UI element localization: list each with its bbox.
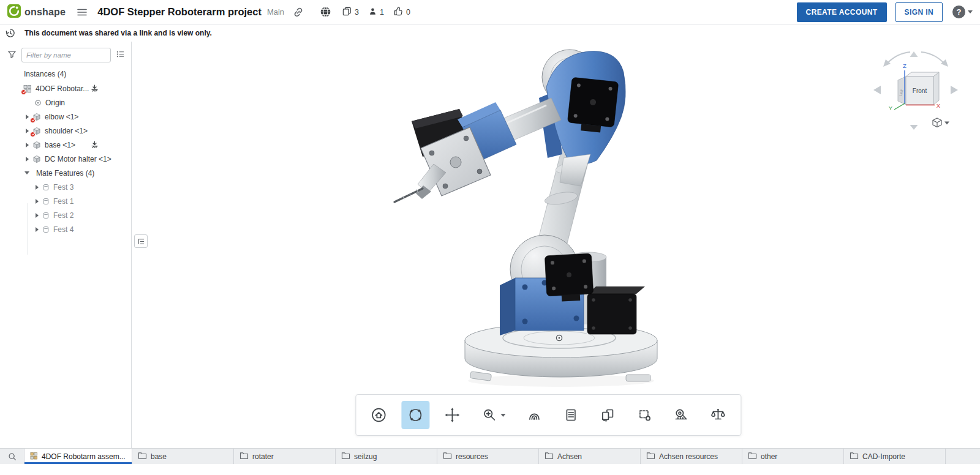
onshape-logo-icon	[7, 4, 21, 20]
likes-stat[interactable]: 0	[394, 7, 410, 18]
chevron-right-icon[interactable]	[23, 152, 31, 166]
rotate-up-arrow[interactable]	[910, 51, 918, 57]
onshape-logo[interactable]: onshape	[7, 4, 66, 20]
copies-icon	[342, 7, 352, 18]
sign-in-button[interactable]: SIGN IN	[895, 2, 943, 22]
home-view-icon	[371, 407, 386, 423]
tree-item-base[interactable]: base <1>	[0, 138, 131, 152]
robot-base-motor	[587, 286, 645, 334]
tree-item-mate-fest2[interactable]: Fest 2	[0, 208, 131, 222]
tab-achsen[interactable]: Achsen	[539, 449, 641, 464]
copies-count: 3	[355, 8, 359, 17]
create-account-button[interactable]: CREATE ACCOUNT	[797, 2, 887, 22]
roll-right-arrow[interactable]	[921, 52, 944, 64]
history-icon[interactable]	[5, 28, 16, 39]
chevron-down-icon[interactable]	[23, 166, 31, 180]
followers-icon	[369, 7, 377, 18]
chevron-right-icon[interactable]	[33, 208, 40, 222]
rotate-left-arrow[interactable]	[873, 86, 881, 94]
warning-badge-icon	[30, 132, 36, 137]
tab-assembly[interactable]: 4DOF Robotarm assem...	[24, 449, 132, 464]
tab-resources[interactable]: resources	[437, 449, 539, 464]
mate-features-header[interactable]: Mate Features (4)	[0, 166, 131, 180]
folder-icon	[646, 452, 655, 462]
public-globe-icon[interactable]	[320, 6, 331, 18]
tab-cad-importe[interactable]: CAD-Importe	[844, 449, 946, 464]
instances-header: Instances (4)	[0, 67, 131, 81]
filter-input[interactable]	[21, 48, 111, 62]
tree-structure-toggle[interactable]	[134, 234, 148, 248]
tree-item-origin[interactable]: Origin	[0, 95, 131, 110]
create-drawing-button[interactable]	[594, 401, 622, 429]
section-view-icon	[636, 407, 652, 423]
roll-left-arrow[interactable]	[887, 52, 910, 64]
share-link-icon[interactable]	[293, 7, 304, 18]
rotate-tool-button[interactable]	[401, 401, 429, 429]
document-title: 4DOF Stepper Roboterarm project	[97, 6, 262, 18]
view-options-dropdown[interactable]	[933, 118, 949, 127]
help-caret-icon[interactable]	[968, 10, 973, 13]
menu-icon[interactable]	[74, 4, 90, 20]
tree-item-shoulder[interactable]: shoulder <1>	[0, 124, 131, 138]
help-button[interactable]: ?	[952, 6, 965, 18]
z-axis-label: Z	[903, 62, 907, 69]
home-view-button[interactable]	[364, 401, 393, 429]
tab-other[interactable]: other	[742, 449, 844, 464]
view-only-notice-bar: This document was shared via a link and …	[0, 24, 980, 42]
tab-search-button[interactable]	[0, 449, 24, 464]
robot-arm-model[interactable]	[132, 42, 980, 448]
tab-rotater[interactable]: rotater	[234, 449, 336, 464]
rotate-icon	[407, 407, 423, 423]
view-cube[interactable]: Front Left Z Y X	[870, 50, 962, 133]
view-only-notice-text: This document was shared via a link and …	[24, 29, 212, 37]
tree-item-root-assembly[interactable]: 4DOF Robotar...	[0, 81, 131, 95]
zoom-icon	[481, 407, 497, 423]
tree-item-elbow[interactable]: elbow <1>	[0, 110, 131, 124]
zoom-to-fit-button[interactable]	[520, 401, 548, 429]
tab-base[interactable]: base	[132, 449, 234, 464]
measure-button[interactable]	[667, 401, 695, 429]
view-toolbar	[355, 394, 741, 436]
zoom-tool-button[interactable]	[475, 401, 511, 429]
followers-count: 1	[380, 8, 384, 17]
fixed-anchor-icon	[91, 141, 99, 149]
section-view-button[interactable]	[630, 401, 658, 429]
chevron-right-icon[interactable]	[23, 110, 31, 124]
tree-item-mate-fest4[interactable]: Fest 4	[0, 222, 131, 236]
chevron-right-icon[interactable]	[33, 222, 40, 236]
chevron-right-icon[interactable]	[23, 124, 31, 138]
tree-item-dc-motor-halter[interactable]: DC Motor halter <1>	[0, 152, 131, 166]
tab-achsen-resources[interactable]: Achsen resources	[641, 449, 742, 464]
folder-icon	[748, 452, 757, 462]
mate-icon	[42, 184, 50, 191]
named-views-icon	[563, 407, 579, 423]
filter-icon[interactable]	[7, 50, 17, 61]
folder-icon	[545, 452, 554, 462]
rotate-down-arrow[interactable]	[910, 125, 918, 130]
list-view-icon[interactable]	[116, 50, 125, 61]
chevron-right-icon[interactable]	[23, 138, 31, 152]
tree-item-mate-fest3[interactable]: Fest 3	[0, 180, 131, 194]
robot-forearm	[394, 98, 561, 202]
tree-item-mate-fest1[interactable]: Fest 1	[0, 194, 131, 208]
assembly-tree-panel: Instances (4) 4DOF Robotar... Origin	[0, 42, 132, 448]
named-views-button[interactable]	[557, 401, 585, 429]
mass-properties-button[interactable]	[704, 401, 732, 429]
viewcube-right-face[interactable]	[933, 72, 939, 105]
mass-properties-icon	[710, 407, 726, 423]
copies-stat[interactable]: 3	[342, 7, 359, 18]
fixed-anchor-icon	[91, 84, 99, 92]
tab-seilzug[interactable]: seilzug	[336, 449, 437, 464]
chevron-right-icon[interactable]	[33, 194, 40, 208]
instances-tree: Instances (4) 4DOF Robotar... Origin	[0, 67, 131, 236]
pan-tool-button[interactable]	[438, 401, 466, 429]
branch-selector[interactable]: Main	[267, 7, 284, 17]
3d-viewport[interactable]: Front Left Z Y X	[132, 42, 980, 448]
rotate-right-arrow[interactable]	[951, 86, 958, 94]
y-axis-line	[894, 103, 905, 110]
followers-stat[interactable]: 1	[369, 7, 384, 18]
mate-icon	[42, 198, 50, 205]
chevron-right-icon[interactable]	[33, 180, 40, 194]
zoom-dropdown-caret-icon[interactable]	[500, 414, 505, 417]
part-icon	[32, 127, 41, 135]
